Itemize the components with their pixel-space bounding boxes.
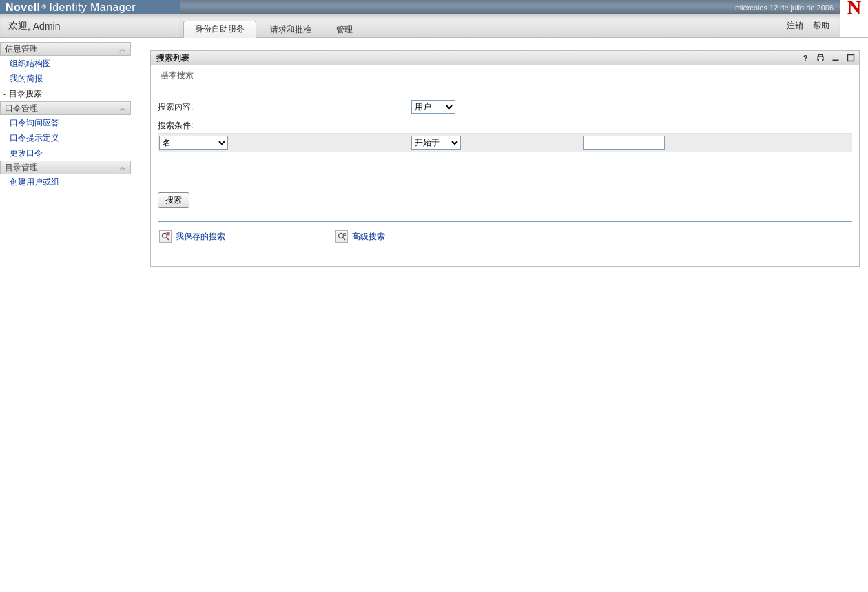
maximize-icon[interactable] [845, 52, 856, 63]
bottom-links: 我保存的搜索 高级搜索 [158, 227, 852, 259]
chevron-up-icon: ︽ [119, 44, 126, 54]
svg-rect-2 [819, 55, 823, 57]
sidebar-item-hint-def[interactable]: 口令提示定义 [0, 130, 131, 145]
sidebar-item-label: 创建用户或组 [10, 176, 59, 188]
sidebar-item-challenge-response[interactable]: 口令询问应答 [0, 115, 131, 130]
logout-link[interactable]: 注销 [787, 20, 803, 32]
select-criteria-operator[interactable]: 开始于 [411, 136, 461, 150]
chevron-up-icon: ︽ [119, 103, 126, 113]
search-portlet: 搜索列表 ? 基本搜索 [150, 50, 860, 267]
print-icon[interactable] [815, 52, 826, 63]
gap-column [131, 38, 150, 592]
input-criteria-value[interactable] [583, 136, 665, 150]
sidebar-item-label: 组织结构图 [10, 58, 51, 70]
sidebar-group-password-mgmt[interactable]: 口令管理 ︽ [0, 101, 131, 115]
brand-registered: ® [40, 4, 49, 10]
sidebar-item-label: 更改口令 [10, 147, 43, 159]
sidebar-group-directory-mgmt[interactable]: 目录管理 ︽ [0, 161, 131, 174]
brand-title: Novell ® Identity Manager [0, 0, 180, 14]
section-divider [158, 221, 852, 222]
portlet-subheader: 基本搜索 [151, 65, 859, 85]
search-button-label: 搜索 [165, 195, 182, 205]
welcome-user: Admin [33, 21, 61, 32]
svg-line-10 [343, 238, 346, 241]
chevron-up-icon: ︽ [119, 163, 126, 172]
svg-text:?: ? [803, 54, 808, 62]
portlet-header: 搜索列表 ? [151, 51, 859, 65]
brand-logo: N [840, 0, 868, 14]
brand-date-area: miércoles 12 de julio de 2006 [180, 0, 840, 14]
portlet-title: 搜索列表 [156, 52, 189, 64]
brand-bar: Novell ® Identity Manager miércoles 12 d… [0, 0, 868, 14]
help-icon[interactable]: ? [800, 52, 811, 63]
sidebar-item-create-user-group[interactable]: 创建用户或组 [0, 174, 131, 190]
welcome-comma: , [28, 21, 33, 32]
brand-logo-side [840, 14, 868, 37]
sidebar-item-label: 口令提示定义 [10, 132, 59, 144]
sidebar-group-info-mgmt-label: 信息管理 [5, 43, 38, 55]
brand-product: Identity Manager [49, 1, 136, 14]
body-row: 信息管理 ︽ 组织结构图 我的简报 目录搜索 口令管理 ︽ 口令询问应答 口令提… [0, 38, 868, 592]
main-tabs: 身份自助服务 请求和批准 管理 注销 帮助 [180, 14, 840, 37]
sidebar-group-password-mgmt-label: 口令管理 [5, 103, 38, 114]
sidebar-item-directory-search[interactable]: 目录搜索 [0, 86, 131, 101]
label-search-criteria: 搜索条件: [158, 120, 852, 132]
search-form-area: 搜索内容: 用户 搜索条件: 名 [151, 85, 859, 266]
select-criteria-attribute[interactable]: 名 [159, 136, 228, 150]
sidebar-item-label: 口令询问应答 [10, 117, 59, 129]
link-saved-searches[interactable]: 我保存的搜索 [159, 230, 225, 243]
sidebar-item-org-chart[interactable]: 组织结构图 [0, 56, 131, 71]
svg-line-7 [167, 238, 169, 241]
sidebar-item-change-password[interactable]: 更改口令 [0, 145, 131, 161]
minimize-icon[interactable] [830, 52, 841, 63]
svg-point-9 [339, 234, 344, 238]
advanced-search-icon [335, 230, 348, 243]
svg-rect-4 [833, 60, 839, 61]
row-criteria: 名 开始于 [158, 133, 852, 152]
tab-admin[interactable]: 管理 [325, 22, 364, 37]
sidebar: 信息管理 ︽ 组织结构图 我的简报 目录搜索 口令管理 ︽ 口令询问应答 口令提… [0, 38, 131, 592]
label-search-content: 搜索内容: [158, 102, 193, 112]
sidebar-item-my-profile[interactable]: 我的简报 [0, 71, 131, 86]
link-advanced-search[interactable]: 高级搜索 [335, 230, 385, 243]
header-row: 欢迎 , Admin 身份自助服务 请求和批准 管理 注销 帮助 [0, 14, 868, 38]
sidebar-item-label: 我的简报 [10, 73, 43, 85]
svg-rect-3 [819, 59, 823, 61]
help-link[interactable]: 帮助 [813, 20, 829, 32]
svg-rect-8 [167, 232, 169, 235]
link-saved-searches-label: 我保存的搜索 [176, 231, 225, 243]
row-search-content: 搜索内容: 用户 [158, 96, 852, 117]
saved-search-icon [159, 230, 172, 243]
tab-requests[interactable]: 请求和批准 [259, 22, 322, 37]
brand-date: miércoles 12 de julio de 2006 [735, 3, 834, 12]
tab-admin-label: 管理 [336, 24, 353, 36]
tab-requests-label: 请求和批准 [270, 24, 311, 36]
sidebar-group-info-mgmt[interactable]: 信息管理 ︽ [0, 42, 131, 56]
top-right-links: 注销 帮助 [787, 14, 840, 37]
select-search-content[interactable]: 用户 [411, 100, 455, 114]
link-advanced-search-label: 高级搜索 [352, 231, 385, 243]
svg-point-6 [163, 234, 167, 238]
content-column: 搜索列表 ? 基本搜索 [150, 38, 868, 592]
sidebar-item-label: 目录搜索 [9, 88, 42, 100]
portlet-subtitle: 基本搜索 [161, 70, 194, 81]
search-button[interactable]: 搜索 [158, 192, 189, 208]
welcome-greeting: 欢迎 [8, 20, 28, 32]
tab-self-service-label: 身份自助服务 [195, 23, 245, 35]
welcome-cell: 欢迎 , Admin [0, 14, 180, 37]
tab-self-service[interactable]: 身份自助服务 [183, 21, 256, 38]
brand-novell: Novell [6, 1, 40, 14]
sidebar-group-directory-mgmt-label: 目录管理 [5, 162, 38, 174]
svg-rect-5 [848, 55, 854, 61]
